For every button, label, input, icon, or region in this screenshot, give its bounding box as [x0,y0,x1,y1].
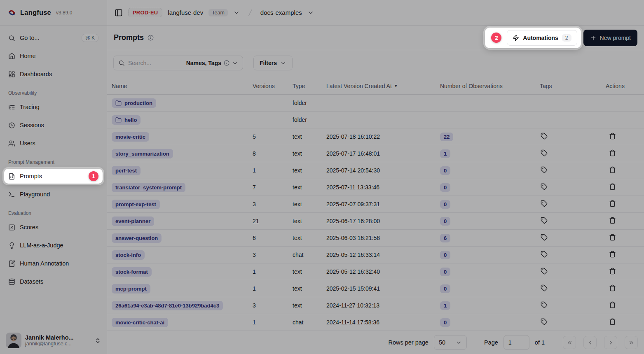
new-prompt-button[interactable]: New prompt [583,30,637,46]
filters-button[interactable]: Filters [253,56,293,70]
prompt-name-chip[interactable]: hello [112,115,141,125]
tag-icon[interactable] [541,284,548,291]
sidebar-nav: Go to... ⌘ K Home Dashboards Observabili… [0,26,107,328]
table-row[interactable]: movie-critic-chat-ai 1 chat 2024-11-14 1… [107,314,644,331]
sidebar-item-dashboards[interactable]: Dashboards [4,67,103,82]
next-page-button[interactable] [604,336,617,349]
dashboards-icon [8,71,15,78]
prompt-name-chip[interactable]: mcp-prompt [112,284,150,293]
delete-button[interactable] [609,133,616,140]
actions-cell [606,200,644,208]
column-header-tags[interactable]: Tags [540,83,606,89]
column-header-created-at[interactable]: Latest Version Created At ▼ [326,83,440,89]
delete-button[interactable] [609,200,616,207]
project-chevron-down-icon[interactable] [307,9,314,16]
percent-square-icon [8,224,15,231]
tag-icon[interactable] [541,251,548,258]
tag-icon[interactable] [541,217,548,224]
table-row[interactable]: hello folder [107,112,644,128]
sidebar-item-label: Prompts [20,173,42,179]
tag-icon[interactable] [541,301,548,308]
tags-cell [540,166,606,175]
tags-cell [540,284,606,293]
sidebar-item-prompts[interactable]: Prompts 1 [4,169,103,184]
delete-button[interactable] [609,284,616,291]
tag-icon[interactable] [541,183,548,190]
sidebar-item-home[interactable]: Home [4,49,103,63]
project-name[interactable]: docs-examples [260,9,302,16]
tag-icon[interactable] [541,200,548,207]
org-chevron-down-icon[interactable] [233,9,240,16]
delete-button[interactable] [609,183,616,190]
prompt-name-chip[interactable]: answer-question [112,233,162,243]
tag-icon[interactable] [541,166,548,173]
prompt-name-label: production [124,100,152,106]
prompt-name-chip[interactable]: stock-format [112,267,152,277]
delete-button[interactable] [609,234,616,241]
column-header-name[interactable]: Name [112,83,253,89]
page-number-input[interactable] [503,335,529,350]
delete-button[interactable] [609,318,616,325]
rows-per-page-select[interactable]: 50 [434,335,467,350]
prompt-name-chip[interactable]: story_summarization [112,149,173,158]
column-header-versions[interactable]: Versions [253,83,293,89]
table-row[interactable]: event-planner 21 text 2025-06-17 16:28:0… [107,213,644,230]
sidebar-item-human-annotation[interactable]: Human Annotation [4,256,103,271]
table-row[interactable]: production folder [107,95,644,112]
search-scope-dropdown[interactable]: Names, Tags [186,60,238,66]
prompt-name-chip[interactable]: 26a61a94-e3ab-48d7-81e0-13b929bad4c3 [112,301,223,310]
delete-button[interactable] [609,149,616,156]
tag-icon[interactable] [541,268,548,275]
sidebar-item-playground[interactable]: Playground [4,187,103,202]
sidebar-item-goto[interactable]: Go to... ⌘ K [4,30,103,45]
sidebar-item-users[interactable]: Users [4,136,103,151]
sidebar-item-sessions[interactable]: Sessions [4,118,103,133]
delete-button[interactable] [609,166,616,173]
tag-icon[interactable] [541,234,548,241]
delete-button[interactable] [609,268,616,275]
column-header-observations[interactable]: Number of Observations [440,83,540,89]
prompt-name-chip[interactable]: movie-critic-chat-ai [112,318,168,327]
table-row[interactable]: movie-critic 5 text 2025-07-18 16:10:22 … [107,128,644,145]
delete-button[interactable] [609,217,616,224]
table-row[interactable]: perf-test 1 text 2025-07-14 20:54:30 0 [107,162,644,179]
tag-icon[interactable] [541,133,548,140]
prompt-name-chip[interactable]: prompt-exp-test [112,200,160,209]
table-row[interactable]: answer-question 6 text 2025-06-03 16:21:… [107,230,644,247]
table-row[interactable]: 26a61a94-e3ab-48d7-81e0-13b929bad4c3 3 t… [107,297,644,314]
prompt-name-chip[interactable]: perf-test [112,166,141,175]
automations-button[interactable]: Automations 2 [507,30,577,46]
table-row[interactable]: stock-info 3 chat 2025-05-12 16:33:14 0 [107,247,644,263]
org-name[interactable]: langfuse-dev [168,9,203,16]
last-page-button[interactable] [625,336,638,349]
prompt-name-chip[interactable]: stock-info [112,250,145,260]
delete-button[interactable] [609,251,616,258]
column-header-type[interactable]: Type [293,83,326,89]
page-total-label: of 1 [535,339,545,346]
prompt-name-chip[interactable]: production [112,98,156,108]
prompt-name-chip[interactable]: translator_system-prompt [112,183,185,192]
sidebar-item-llm-judge[interactable]: LLM-as-a-Judge [4,238,103,253]
sidebar-item-datasets[interactable]: Datasets [4,274,103,289]
search-input[interactable] [128,60,183,66]
sidebar-item-scores[interactable]: Scores [4,220,103,235]
prompt-name-chip[interactable]: movie-critic [112,132,149,142]
info-icon[interactable] [148,35,154,41]
table-row[interactable]: stock-format 1 text 2025-05-12 16:32:40 … [107,263,644,280]
prompt-name-chip[interactable]: event-planner [112,217,154,226]
first-page-button[interactable] [563,336,576,349]
table-row[interactable]: translator_system-prompt 7 text 2025-07-… [107,179,644,196]
table-row[interactable]: mcp-prompt 1 text 2025-02-15 15:09:41 0 [107,280,644,297]
tag-icon[interactable] [541,318,548,325]
table-row[interactable]: story_summarization 8 text 2025-07-17 16… [107,145,644,162]
sidebar-item-label: Tracing [20,104,40,110]
pagination-bar: Rows per page 50 Page of 1 [107,331,644,354]
table-row[interactable]: prompt-exp-test 3 text 2025-07-07 09:37:… [107,196,644,213]
sidebar-item-tracing[interactable]: Tracing [4,100,103,114]
user-menu[interactable]: Jannik Maierho... jannik@langfuse.c... [0,328,107,354]
prompt-name-label: 26a61a94-e3ab-48d7-81e0-13b929bad4c3 [115,303,219,309]
previous-page-button[interactable] [583,336,597,349]
sidebar-toggle-icon[interactable] [115,9,123,17]
delete-button[interactable] [609,301,616,308]
tag-icon[interactable] [541,149,548,156]
